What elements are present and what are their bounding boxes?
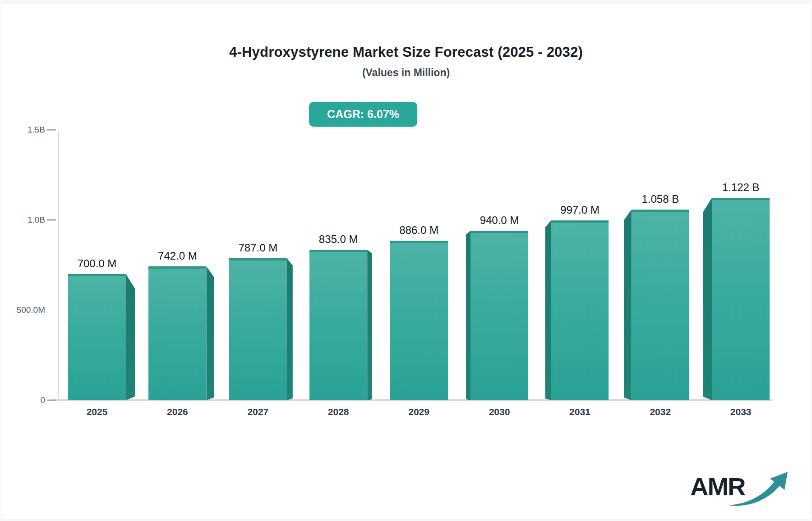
bar-front-face <box>229 258 287 400</box>
bar-value-label: 997.0 M <box>560 204 600 216</box>
bar-value-label: 742.0 M <box>158 250 197 262</box>
bar-value-label: 787.0 M <box>238 242 277 254</box>
bar-2030 <box>466 231 528 400</box>
x-axis-label: 2032 <box>650 407 671 417</box>
bar-value-label: 835.0 M <box>319 233 358 246</box>
y-tick-dash <box>47 219 56 221</box>
bar-front-face <box>551 220 609 400</box>
growth-arrow-icon <box>725 466 793 509</box>
bar-side-face <box>367 250 372 400</box>
bar-value-label: 886.0 M <box>399 224 438 237</box>
bar-front-face <box>471 231 528 400</box>
cagr-badge-label: CAGR: 6.07% <box>327 108 399 121</box>
x-axis-label: 2029 <box>408 407 429 417</box>
chart-title: 4-Hydroxystyrene Market Size Forecast (2… <box>0 44 812 60</box>
bar-value-label: 1.058 B <box>641 193 679 206</box>
bar-2027 <box>229 258 293 400</box>
bar-side-face <box>624 210 632 400</box>
x-axis-label: 2025 <box>87 407 108 417</box>
bar-2032 <box>624 210 689 400</box>
x-axis-label: 2027 <box>247 407 268 417</box>
bar-front-face <box>68 274 126 400</box>
y-axis-line <box>58 130 59 400</box>
bar-front-face <box>309 250 367 400</box>
bar-value-label: 700.0 M <box>78 257 117 270</box>
bar-value-label: 1.122 B <box>722 181 760 194</box>
bar-2031 <box>545 220 609 400</box>
bar-front-face <box>390 241 448 400</box>
bar-2028 <box>309 250 372 400</box>
bar-side-face <box>287 258 293 400</box>
bar-2026 <box>148 266 214 400</box>
x-axis-label: 2033 <box>730 407 752 417</box>
y-tick-dash <box>47 400 56 401</box>
bar-side-face <box>466 231 471 400</box>
bar-side-face <box>206 266 214 400</box>
bar-front-face <box>712 198 770 400</box>
x-axis-label: 2028 <box>328 407 349 417</box>
x-axis-label: 2026 <box>167 407 188 417</box>
y-tick-label: 1.5B <box>2 125 45 135</box>
bar-2029 <box>390 241 448 400</box>
bar-side-face <box>703 198 712 400</box>
y-tick-dash <box>47 129 56 131</box>
x-axis-label: 2031 <box>569 407 591 417</box>
bar-side-face <box>545 220 551 400</box>
y-tick-label: 1.0B <box>2 215 45 225</box>
x-axis-label: 2030 <box>489 407 510 417</box>
amr-logo: AMR <box>690 466 794 509</box>
bar-2025 <box>68 274 135 400</box>
y-tick-label: 500.0M <box>2 305 45 315</box>
bar-value-label: 940.0 M <box>480 214 519 227</box>
cagr-badge: CAGR: 6.07% <box>309 102 417 127</box>
bar-front-face <box>148 266 206 400</box>
chart-subtitle: (Values in Million) <box>0 67 812 79</box>
bar-side-face <box>126 274 135 400</box>
y-tick-label: 0 <box>2 395 45 405</box>
chart-stage: 4-Hydroxystyrene Market Size Forecast (2… <box>0 0 812 521</box>
bar-2033 <box>703 198 770 400</box>
bar-front-face <box>632 210 689 400</box>
